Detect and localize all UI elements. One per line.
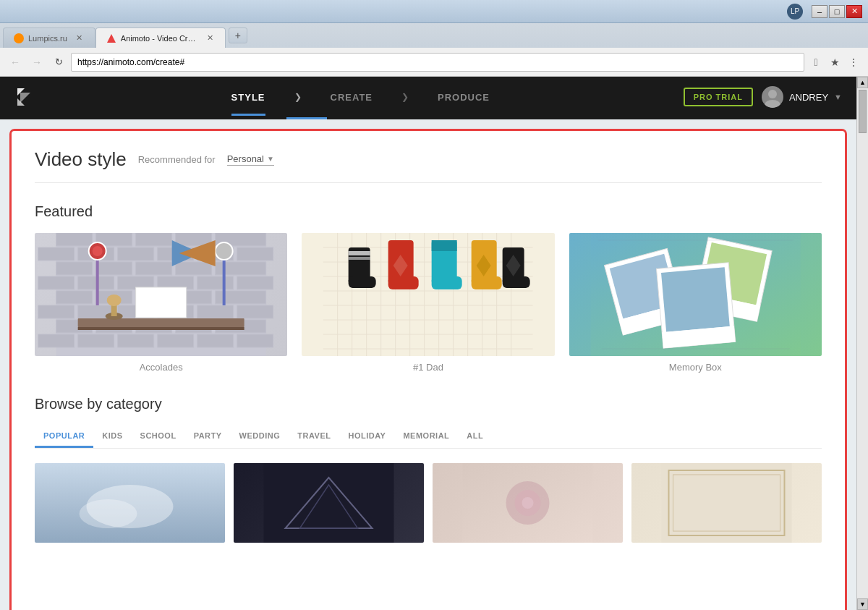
svg-rect-88 bbox=[349, 257, 370, 260]
svg-rect-18 bbox=[56, 262, 93, 275]
svg-rect-19 bbox=[96, 262, 132, 275]
style-card-memory[interactable]: Memory Box bbox=[569, 233, 822, 373]
translate-icon[interactable]:  bbox=[807, 54, 825, 71]
bottom-thumbnails-grid bbox=[35, 463, 822, 543]
forward-button[interactable]: → bbox=[27, 53, 46, 72]
svg-rect-20 bbox=[136, 262, 172, 275]
tab-close-lumpics[interactable]: ✕ bbox=[75, 33, 85, 43]
bottom-thumb-3[interactable] bbox=[433, 463, 623, 543]
nav-style-label: STYLE bbox=[231, 92, 265, 103]
cat-tab-travel[interactable]: TRAVEL bbox=[289, 425, 339, 448]
svg-rect-94 bbox=[432, 240, 457, 251]
new-tab-button[interactable]: + bbox=[229, 27, 247, 43]
main-content: STYLE ❯ CREATE ❯ PRODUCE PRO TRIAL bbox=[0, 77, 856, 610]
nav-produce-label: PRODUCE bbox=[438, 92, 490, 103]
svg-point-116 bbox=[80, 499, 137, 528]
animoto-logo bbox=[14, 85, 38, 109]
reload-button[interactable]: ↻ bbox=[49, 53, 68, 72]
svg-rect-49 bbox=[197, 334, 234, 347]
svg-marker-0 bbox=[107, 34, 116, 43]
bookmark-icon[interactable]: ★ bbox=[826, 54, 843, 71]
header-nav: STYLE ❯ CREATE ❯ PRODUCE bbox=[38, 92, 684, 103]
tabs-bar: Lumpics.ru ✕ Animoto - Video Creator ✕ + bbox=[0, 23, 868, 48]
tab-animoto[interactable]: Animoto - Video Creator ✕ bbox=[95, 27, 226, 48]
nav-create[interactable]: CREATE bbox=[331, 92, 373, 103]
svg-rect-52 bbox=[78, 327, 244, 330]
nav-underline-bar bbox=[0, 117, 856, 119]
bottom-thumb-1[interactable] bbox=[35, 463, 225, 543]
dropdown-arrow-icon: ▼ bbox=[267, 155, 274, 163]
svg-rect-21 bbox=[176, 262, 212, 275]
svg-rect-47 bbox=[118, 334, 154, 347]
nav-produce[interactable]: PRODUCE bbox=[438, 92, 490, 103]
tab-label-lumpics: Lumpics.ru bbox=[28, 34, 67, 43]
svg-rect-38 bbox=[197, 305, 234, 318]
cat-tab-kids[interactable]: KIDS bbox=[93, 425, 131, 448]
recommended-value: Personal bbox=[227, 153, 264, 164]
back-button[interactable]: ← bbox=[6, 53, 25, 72]
svg-rect-101 bbox=[503, 276, 530, 288]
bottom-thumb-2[interactable] bbox=[234, 463, 424, 543]
thumbnail-dad bbox=[302, 233, 554, 356]
svg-rect-92 bbox=[388, 276, 419, 289]
user-avatar bbox=[762, 86, 783, 108]
browser-window: Lumpics.ru ✕ Animoto - Video Creator ✕ +… bbox=[0, 23, 868, 610]
scroll-up-arrow[interactable]: ▲ bbox=[857, 77, 868, 88]
nav-arrow-2: ❯ bbox=[401, 92, 409, 102]
cat-tab-all[interactable]: ALL bbox=[458, 425, 492, 448]
style-card-accolades[interactable]: Accolades bbox=[35, 233, 287, 373]
svg-rect-89 bbox=[349, 276, 376, 288]
svg-rect-39 bbox=[237, 305, 273, 318]
svg-rect-9 bbox=[136, 233, 172, 246]
browse-title: Browse by category bbox=[35, 396, 822, 412]
user-name-label: ANDREY bbox=[789, 92, 828, 103]
svg-rect-14 bbox=[118, 247, 154, 260]
close-button[interactable]: ✕ bbox=[846, 5, 862, 18]
os-window: LP – □ ✕ Lumpics.ru ✕ Animoto - Video Cr… bbox=[0, 0, 868, 610]
tab-close-animoto[interactable]: ✕ bbox=[205, 33, 215, 43]
pro-trial-button[interactable]: PRO TRIAL bbox=[684, 88, 753, 106]
svg-rect-48 bbox=[158, 334, 194, 347]
nav-active-underline bbox=[286, 117, 327, 119]
address-input[interactable] bbox=[71, 53, 804, 72]
scrollbar: ▲ ▼ bbox=[856, 77, 868, 610]
style-card-dad[interactable]: #1 Dad bbox=[302, 233, 554, 373]
animoto-header: STYLE ❯ CREATE ❯ PRODUCE PRO TRIAL bbox=[0, 77, 856, 117]
header-right: PRO TRIAL ANDREY ▼ bbox=[684, 86, 842, 108]
svg-rect-17 bbox=[237, 247, 273, 260]
svg-rect-34 bbox=[38, 305, 75, 318]
scroll-down-arrow[interactable]: ▼ bbox=[857, 598, 868, 610]
tab-lumpics[interactable]: Lumpics.ru ✕ bbox=[3, 27, 95, 48]
cat-tab-holiday[interactable]: HOLIDAY bbox=[339, 425, 394, 448]
svg-rect-87 bbox=[349, 251, 370, 255]
toolbar-icons:  ★ ⋮ bbox=[807, 54, 862, 71]
thumbnail-memory bbox=[569, 233, 822, 356]
maximize-button[interactable]: □ bbox=[829, 5, 845, 18]
svg-rect-110 bbox=[661, 267, 730, 331]
cat-tab-party[interactable]: PARTY bbox=[185, 425, 231, 448]
tab-icon-animoto bbox=[106, 33, 116, 43]
svg-rect-45 bbox=[38, 334, 75, 347]
featured-grid: Accolades bbox=[35, 233, 822, 373]
user-info[interactable]: ANDREY ▼ bbox=[762, 86, 842, 108]
card-name-dad: #1 Dad bbox=[302, 362, 554, 373]
page-header: Video style Recommended for Personal ▼ bbox=[35, 148, 822, 183]
cat-tab-wedding[interactable]: WEDDING bbox=[231, 425, 289, 448]
taskbar-avatar: LP bbox=[787, 4, 803, 20]
featured-title: Featured bbox=[35, 203, 822, 220]
cat-tab-popular[interactable]: POPULAR bbox=[35, 425, 93, 448]
card-name-accolades: Accolades bbox=[35, 362, 287, 373]
svg-marker-3 bbox=[20, 93, 30, 103]
nav-style[interactable]: STYLE bbox=[231, 92, 265, 103]
svg-point-5 bbox=[765, 100, 780, 108]
svg-rect-98 bbox=[472, 276, 502, 289]
cat-tab-school[interactable]: SCHOOL bbox=[132, 425, 185, 448]
minimize-button[interactable]: – bbox=[812, 5, 827, 18]
bottom-thumb-4[interactable] bbox=[631, 463, 822, 543]
menu-icon[interactable]: ⋮ bbox=[845, 54, 862, 71]
recommended-dropdown[interactable]: Personal ▼ bbox=[227, 153, 274, 166]
scroll-track[interactable] bbox=[857, 88, 868, 598]
video-style-page: Video style Recommended for Personal ▼ F… bbox=[12, 131, 845, 610]
cat-tab-memorial[interactable]: MEMORIAL bbox=[394, 425, 458, 448]
scroll-thumb[interactable] bbox=[859, 90, 867, 133]
